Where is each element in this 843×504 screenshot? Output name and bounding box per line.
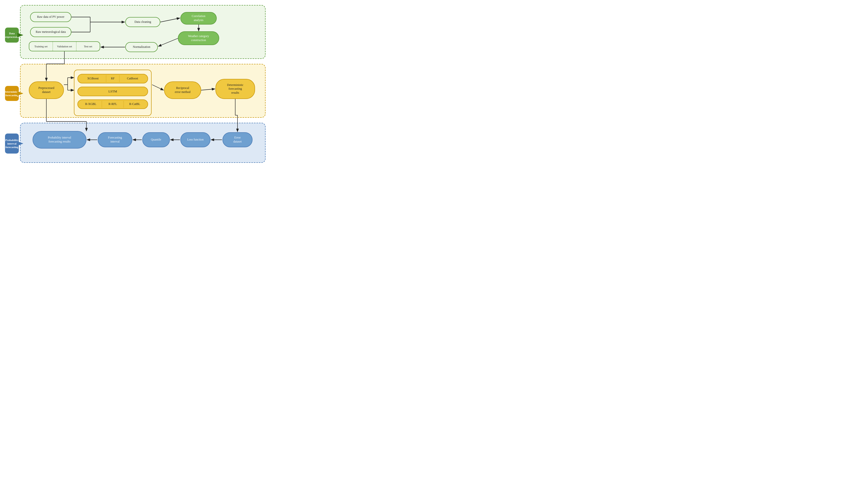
node-weather: Weather category construction [178, 31, 219, 45]
node-prob-results: Probability interval forecasting results [33, 131, 86, 148]
node-data-cleaning: Data cleaning [125, 17, 160, 27]
node-catboost: CatBoost [120, 75, 146, 82]
model-group-box: XGBoost RF CatBoost LSTM R-XGBL R-RFL R-… [74, 70, 151, 116]
label-probability-forecasting: Probability interval forecasting [5, 133, 19, 154]
node-validation-set: Validation set [53, 42, 76, 51]
node-xgboost-rf-catboost: XGBoost RF CatBoost [77, 74, 148, 84]
node-loss-function: Loss function [180, 132, 211, 147]
node-preprocessed: Preprocessed dataset [29, 82, 64, 99]
node-rcatbl: R-CatBL [124, 101, 146, 107]
node-rxgbl: R-XGBL [80, 101, 102, 107]
node-raw-met: Raw meteorological data [30, 27, 71, 37]
node-det-results: Deterministic forecasting results [215, 79, 255, 99]
node-xgboost: XGBoost [80, 75, 106, 82]
node-normalization: Normalization [125, 42, 158, 52]
node-raw-pv: Raw data of PV power [30, 12, 71, 22]
node-quantile: Quantile [142, 132, 170, 147]
node-training-set: Training set [29, 42, 53, 51]
node-rf: RF [106, 75, 120, 82]
node-correlation: Correlation analysis [180, 12, 217, 24]
node-reciprocal: Reciprocal error method [164, 82, 201, 99]
label-deterministic-forecasting: Deterministic forecasting [5, 86, 19, 101]
node-dataset-split: Training set Validation set Test set [29, 41, 100, 51]
label-data-preprocessing: Data preprocessing [5, 28, 19, 42]
node-test-set: Test set [76, 42, 100, 51]
node-error-dataset: Error dataset [222, 132, 252, 147]
node-r-models: R-XGBL R-RFL R-CatBL [77, 100, 148, 109]
node-lstm: LSTM [77, 87, 148, 96]
node-rrfl: R-RFL [102, 101, 124, 107]
node-forecasting-interval: Forecasting interval [98, 132, 132, 147]
